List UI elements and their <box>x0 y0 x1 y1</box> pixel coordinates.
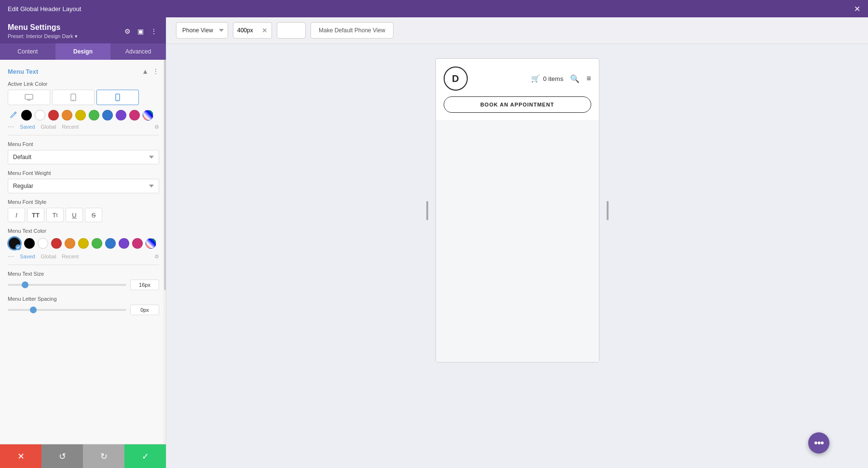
color-blue[interactable] <box>102 110 113 120</box>
tab-advanced[interactable]: Advanced <box>110 43 166 60</box>
color-red[interactable] <box>48 110 59 120</box>
menu-letter-spacing-slider[interactable] <box>8 309 126 311</box>
color-settings-icon[interactable]: ⚙ <box>154 124 159 130</box>
color-meta-row-2: ··· Saved Global Recent ⚙ <box>8 252 159 261</box>
panel-header: Menu Settings Preset: Interior Design Da… <box>0 17 166 43</box>
text-color-eraser[interactable] <box>146 238 156 249</box>
menu-text-section-header: Menu Text ▲ ⋮ <box>8 67 159 75</box>
panel-preset: Preset: Interior Design Dark ▾ <box>8 33 78 40</box>
color-yellow[interactable] <box>75 110 86 120</box>
text-color-red[interactable] <box>51 238 62 249</box>
fab-icon: ••• <box>814 437 824 449</box>
color-tab-saved[interactable]: Saved <box>20 124 35 130</box>
color-green[interactable] <box>89 110 99 120</box>
text-color-orange[interactable] <box>65 238 75 249</box>
svg-point-6 <box>117 100 118 101</box>
more-icon-btn[interactable]: ⋮ <box>149 27 158 36</box>
menu-font-style-label: Menu Font Style <box>8 199 159 205</box>
text-color-pink[interactable] <box>132 238 143 249</box>
cancel-button[interactable]: ✕ <box>0 444 41 468</box>
text-color-blue[interactable] <box>105 238 116 249</box>
menu-letter-spacing-value[interactable] <box>130 305 159 315</box>
view-select-wrapper: Phone View <box>176 22 228 39</box>
panel-header-left: Menu Settings Preset: Interior Design Da… <box>8 23 78 40</box>
tab-design[interactable]: Design <box>55 43 111 60</box>
svg-line-7 <box>14 113 15 114</box>
text-color-tab-saved[interactable]: Saved <box>20 254 35 259</box>
search-icon-preview: 🔍 <box>570 74 580 83</box>
bottom-action-bar: ✕ ↺ ↻ ✓ <box>0 444 166 468</box>
resize-handle-right[interactable] <box>607 201 609 220</box>
menu-text-color-label: Menu Text Color <box>8 228 159 234</box>
menu-font-select[interactable]: Default <box>8 150 159 164</box>
color-pink[interactable] <box>129 110 140 120</box>
panel-title: Menu Settings <box>8 23 78 32</box>
svg-point-4 <box>73 99 74 100</box>
right-area: Phone View ✕ Make Default Phone View <box>166 17 868 468</box>
redo-button[interactable]: ↻ <box>83 444 124 468</box>
text-color-white[interactable] <box>38 238 48 249</box>
text-color-settings-icon[interactable]: ⚙ <box>154 254 159 260</box>
close-button[interactable]: ✕ <box>854 4 860 13</box>
text-color-black[interactable] <box>24 238 35 249</box>
menu-text-size-slider-row <box>8 280 159 290</box>
font-style-capitalize[interactable]: Tt <box>46 208 64 222</box>
tablet-icon[interactable] <box>52 90 95 105</box>
section-more-icon[interactable]: ⋮ <box>152 67 159 75</box>
width-input-wrapper: ✕ <box>233 22 272 39</box>
text-color-purple[interactable] <box>119 238 129 249</box>
font-style-strikethrough[interactable]: S <box>85 208 102 222</box>
menu-text-size-label: Menu Text Size <box>8 271 159 277</box>
mobile-icon[interactable] <box>96 90 139 105</box>
floating-action-button[interactable]: ••• <box>808 432 829 454</box>
hamburger-icon-preview: ≡ <box>586 74 591 83</box>
width-input[interactable] <box>237 27 259 34</box>
text-color-yellow[interactable] <box>78 238 89 249</box>
tab-content[interactable]: Content <box>0 43 55 60</box>
preview-header: D 🛒 0 items 🔍 ≡ BOOK AN APPOINTMENT <box>436 59 599 121</box>
color-tab-global[interactable]: Global <box>41 124 56 130</box>
make-default-button[interactable]: Make Default Phone View <box>311 22 393 39</box>
color-tab-recent[interactable]: Recent <box>62 124 79 130</box>
font-style-buttons: I TT Tt U S <box>8 208 159 222</box>
cart-item-count: 0 items <box>543 75 563 82</box>
desktop-icon[interactable] <box>8 90 50 105</box>
cart-icon: 🛒 <box>531 74 540 83</box>
title-bar: Edit Global Header Layout ✕ <box>0 0 868 17</box>
active-color-indicator[interactable] <box>8 237 21 250</box>
save-button[interactable]: ✓ <box>124 444 166 468</box>
left-panel: Menu Settings Preset: Interior Design Da… <box>0 17 166 468</box>
tab-bar: Content Design Advanced <box>0 43 166 60</box>
undo-button[interactable]: ↺ <box>41 444 83 468</box>
font-style-uppercase[interactable]: TT <box>27 208 44 222</box>
color-white[interactable] <box>35 110 45 120</box>
menu-font-weight-select[interactable]: Regular <box>8 179 159 193</box>
layout-icon-btn[interactable]: ▣ <box>136 27 145 36</box>
color-black[interactable] <box>21 110 32 120</box>
text-color-tab-global[interactable]: Global <box>41 254 56 259</box>
collapse-icon[interactable]: ▲ <box>142 67 149 75</box>
preview-content <box>436 121 599 362</box>
width-close-button[interactable]: ✕ <box>262 27 268 34</box>
cart-area: 🛒 0 items 🔍 ≡ <box>474 74 591 83</box>
color-eraser[interactable] <box>143 110 153 120</box>
text-color-green[interactable] <box>92 238 102 249</box>
settings-icon-btn[interactable]: ⚙ <box>123 27 132 36</box>
menu-text-size-value[interactable] <box>130 280 159 290</box>
text-color-tab-recent[interactable]: Recent <box>62 254 79 259</box>
preview-frame: D 🛒 0 items 🔍 ≡ BOOK AN APPOINTMENT <box>435 58 599 362</box>
menu-text-size-slider[interactable] <box>8 284 126 286</box>
book-appointment-button[interactable]: BOOK AN APPOINTMENT <box>444 96 591 113</box>
device-icons-row <box>8 90 159 105</box>
view-select-dropdown[interactable]: Phone View <box>176 24 228 37</box>
resize-handle-left[interactable] <box>426 201 428 220</box>
active-link-color-label: Active Link Color <box>8 81 159 87</box>
text-color-more-dots[interactable]: ··· <box>8 252 14 261</box>
font-style-italic[interactable]: I <box>8 208 25 222</box>
color-more-dots[interactable]: ··· <box>8 122 14 131</box>
font-style-underline[interactable]: U <box>66 208 83 222</box>
main-layout: Menu Settings Preset: Interior Design Da… <box>0 17 868 468</box>
eyedropper-icon[interactable] <box>8 110 18 120</box>
color-purple[interactable] <box>116 110 126 120</box>
color-orange[interactable] <box>62 110 72 120</box>
